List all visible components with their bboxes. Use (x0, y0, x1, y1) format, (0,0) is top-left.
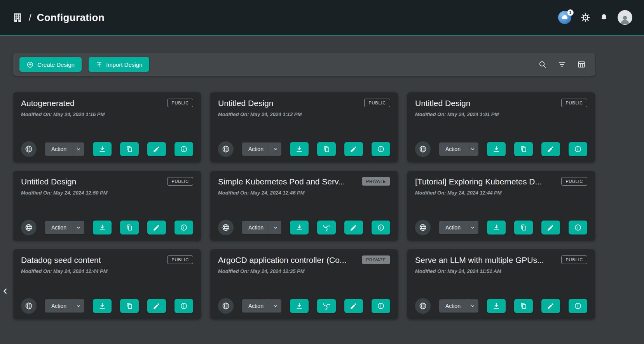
design-title: [Tutorial] Exploring Kubernetes D... (415, 177, 542, 186)
download-icon (98, 302, 106, 310)
info-button[interactable] (569, 299, 587, 313)
globe-icon (222, 145, 230, 153)
card-header: [Tutorial] Exploring Kubernetes D... PUB… (415, 177, 587, 186)
action-button[interactable]: Action (45, 299, 73, 313)
chevron-down-icon (272, 224, 279, 231)
action-split-button: Action (45, 142, 84, 156)
visibility-globe-button[interactable] (218, 141, 234, 157)
design-card: ArgoCD application controller (Co... PRI… (210, 249, 398, 319)
avatar[interactable] (618, 10, 632, 25)
edit-button[interactable] (344, 142, 363, 156)
search-button[interactable] (538, 60, 547, 69)
action-dropdown-button[interactable] (73, 299, 84, 313)
clone-button[interactable] (514, 142, 533, 156)
clone-button[interactable] (514, 221, 533, 235)
visibility-globe-button[interactable] (21, 220, 37, 235)
import-design-label: Import Design (106, 61, 142, 68)
globe-icon (419, 223, 427, 232)
visibility-badge: PUBLIC (167, 99, 193, 107)
download-button[interactable] (93, 142, 112, 156)
clone-button[interactable] (317, 142, 336, 156)
create-design-button[interactable]: Create Design (19, 57, 82, 72)
action-button[interactable]: Action (45, 142, 73, 156)
download-button[interactable] (93, 221, 112, 235)
action-dropdown-button[interactable] (467, 299, 478, 313)
design-card: Datadog seed content PUBLIC Modified On:… (13, 249, 201, 319)
action-dropdown-button[interactable] (467, 142, 478, 156)
edit-button[interactable] (147, 142, 166, 156)
clone-icon (520, 302, 527, 310)
visibility-globe-button[interactable] (21, 141, 37, 157)
visibility-globe-button[interactable] (415, 220, 431, 235)
visibility-globe-button[interactable] (21, 298, 37, 314)
edit-button[interactable] (147, 299, 166, 313)
design-title: Untitled Design (415, 99, 470, 108)
edit-button[interactable] (541, 142, 560, 156)
visibility-globe-button[interactable] (218, 298, 234, 314)
info-button[interactable] (175, 221, 193, 235)
globe-icon (222, 302, 230, 310)
cloud-account-button[interactable]: 1 (558, 11, 571, 24)
modified-timestamp: Modified On: May 24, 2024 12:50 PM (21, 190, 193, 196)
download-button[interactable] (487, 142, 506, 156)
action-button[interactable]: Action (439, 299, 467, 313)
clone-button[interactable] (120, 221, 139, 235)
info-button[interactable] (175, 299, 193, 313)
download-icon (492, 302, 500, 310)
action-button[interactable]: Action (439, 221, 467, 234)
download-button[interactable] (93, 299, 112, 313)
clone-button[interactable] (120, 299, 139, 313)
action-button[interactable]: Action (439, 142, 467, 156)
edit-button[interactable] (541, 221, 560, 235)
info-button[interactable] (372, 142, 390, 156)
kanvas-button[interactable] (317, 221, 336, 235)
clone-button[interactable] (514, 299, 533, 313)
card-action-row: Action (218, 298, 390, 314)
edit-button[interactable] (344, 221, 363, 235)
edit-button[interactable] (147, 221, 166, 235)
visibility-badge: PUBLIC (561, 177, 587, 186)
visibility-globe-button[interactable] (218, 220, 234, 235)
info-button[interactable] (372, 299, 390, 313)
import-design-button[interactable]: Import Design (89, 57, 149, 72)
design-card: Serve an LLM with multiple GPUs... PUBLI… (407, 249, 595, 319)
action-dropdown-button[interactable] (270, 299, 281, 313)
info-button[interactable] (372, 221, 390, 235)
edit-button[interactable] (541, 299, 560, 313)
filter-button[interactable] (558, 60, 566, 69)
visibility-badge: PUBLIC (364, 99, 390, 107)
info-button[interactable] (175, 142, 193, 156)
visibility-globe-button[interactable] (415, 298, 431, 314)
kanvas-button[interactable] (317, 299, 336, 313)
edit-pencil-icon (153, 302, 160, 310)
action-button[interactable]: Action (242, 142, 270, 156)
toolbar-right-icons (538, 60, 589, 69)
bell-button[interactable] (600, 13, 608, 22)
action-dropdown-button[interactable] (270, 221, 281, 234)
action-dropdown-button[interactable] (73, 221, 84, 234)
table-view-button[interactable] (577, 60, 586, 69)
action-dropdown-button[interactable] (467, 221, 478, 234)
download-button[interactable] (290, 221, 309, 235)
action-dropdown-button[interactable] (73, 142, 84, 156)
action-button[interactable]: Action (242, 299, 270, 313)
info-button[interactable] (569, 142, 587, 156)
download-button[interactable] (487, 221, 506, 235)
settings-gear-button[interactable] (581, 13, 590, 23)
info-button[interactable] (569, 221, 587, 235)
info-icon (574, 302, 582, 310)
modified-timestamp: Modified On: May 24, 2024 12:46 PM (218, 190, 390, 196)
edit-pencil-icon (153, 146, 160, 153)
kanvas-swirl-icon (322, 302, 331, 310)
action-button[interactable]: Action (242, 221, 270, 234)
download-button[interactable] (290, 142, 309, 156)
action-dropdown-button[interactable] (270, 142, 281, 156)
modified-timestamp: Modified On: May 24, 2024 11:51 AM (415, 268, 587, 274)
download-button[interactable] (487, 299, 506, 313)
edit-button[interactable] (344, 299, 363, 313)
download-button[interactable] (290, 299, 309, 313)
clone-button[interactable] (120, 142, 139, 156)
action-button[interactable]: Action (45, 221, 73, 234)
visibility-globe-button[interactable] (415, 141, 431, 157)
sidebar-collapse-button[interactable]: ‹ (1, 283, 10, 297)
